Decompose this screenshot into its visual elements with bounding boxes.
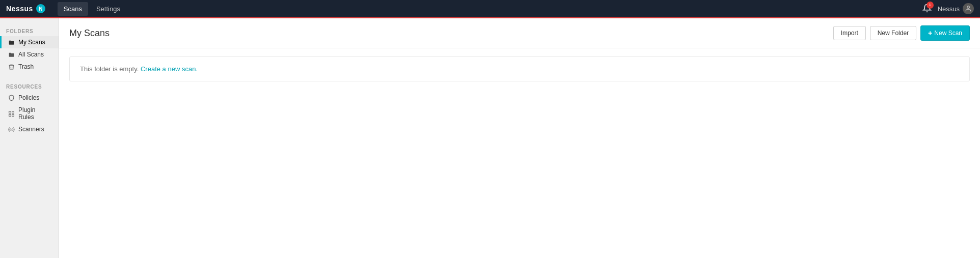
main-content: My Scans Import New Folder + New Scan Th…: [59, 18, 980, 258]
new-folder-button[interactable]: New Folder: [870, 26, 916, 40]
page-layout: FOLDERS My Scans All Scans: [0, 18, 980, 258]
sidebar-item-trash[interactable]: Trash: [0, 61, 59, 73]
plugin-rules-icon: [8, 110, 15, 117]
my-scans-label: My Scans: [18, 39, 45, 46]
new-scan-label: New Scan: [934, 30, 962, 37]
nav-links: Scans Settings: [58, 2, 922, 16]
notification-bell[interactable]: 1: [922, 4, 932, 14]
nav-right: 1 Nessus: [922, 3, 974, 14]
user-avatar: [963, 3, 974, 14]
policies-icon: [8, 94, 15, 101]
nav-scans[interactable]: Scans: [58, 2, 88, 16]
svg-rect-4: [12, 114, 14, 116]
svg-rect-2: [12, 111, 14, 113]
header-actions: Import New Folder + New Scan: [833, 25, 970, 41]
sidebar: FOLDERS My Scans All Scans: [0, 18, 59, 258]
page-title: My Scans: [69, 28, 110, 39]
import-button[interactable]: Import: [833, 26, 866, 40]
trash-label: Trash: [18, 63, 34, 70]
new-scan-button[interactable]: + New Scan: [920, 25, 970, 41]
all-scans-folder-icon: [8, 51, 15, 58]
top-navigation: Nessus N Scans Settings 1 Nessus: [0, 0, 980, 18]
scanners-label: Scanners: [18, 126, 44, 133]
trash-icon: [8, 63, 15, 70]
folder-icon: [8, 39, 15, 46]
user-name: Nessus: [938, 5, 960, 13]
svg-point-5: [11, 129, 12, 130]
svg-point-0: [967, 6, 970, 9]
sidebar-item-my-scans[interactable]: My Scans: [0, 36, 59, 48]
sidebar-item-all-scans[interactable]: All Scans: [0, 48, 59, 61]
logo-badge: N: [36, 4, 45, 13]
svg-rect-3: [9, 114, 11, 116]
sidebar-item-scanners[interactable]: Scanners: [0, 123, 59, 135]
notification-count: 1: [927, 2, 934, 9]
policies-label: Policies: [18, 94, 39, 101]
user-menu[interactable]: Nessus: [938, 3, 974, 14]
sidebar-item-plugin-rules[interactable]: Plugin Rules: [0, 104, 59, 123]
plugin-rules-label: Plugin Rules: [18, 106, 52, 121]
create-new-scan-link[interactable]: Create a new scan.: [141, 65, 198, 73]
resources-section-label: RESOURCES: [0, 80, 59, 92]
main-header: My Scans Import New Folder + New Scan: [59, 18, 980, 48]
app-name: Nessus: [6, 5, 33, 13]
scanners-icon: [8, 126, 15, 133]
empty-message: This folder is empty.: [80, 65, 139, 73]
folders-section-label: FOLDERS: [0, 24, 59, 36]
sidebar-item-policies[interactable]: Policies: [0, 92, 59, 104]
svg-rect-1: [9, 111, 11, 113]
nav-settings[interactable]: Settings: [90, 2, 126, 16]
all-scans-label: All Scans: [18, 51, 44, 58]
app-logo: Nessus N: [6, 4, 45, 13]
empty-state: This folder is empty. Create a new scan.: [69, 56, 970, 81]
plus-icon: +: [928, 29, 932, 37]
